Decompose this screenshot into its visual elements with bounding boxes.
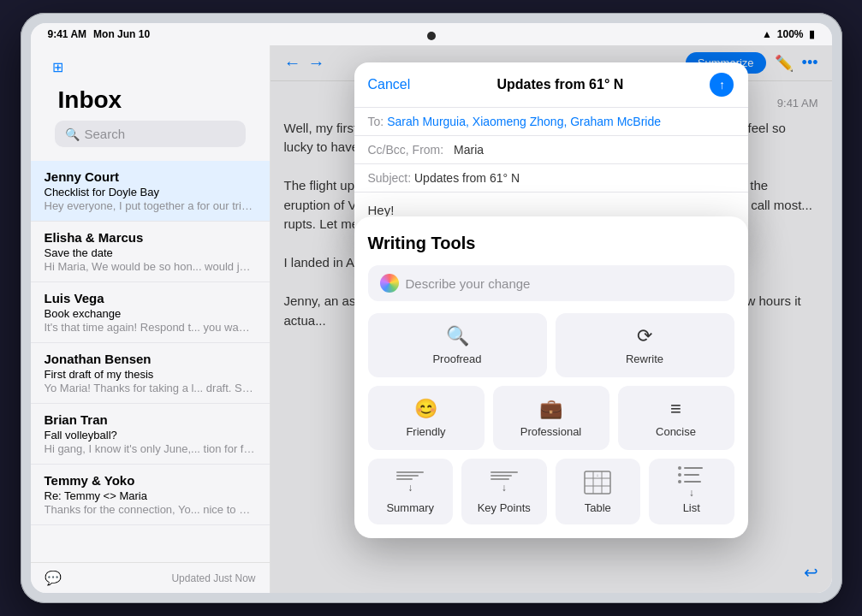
email-content: ← → Summarize ✏️ ••• 9:41 AM Well, my fi… [270,45,832,593]
footer-icon: 💬 [45,570,62,586]
mail-item[interactable]: Temmy & Yoko Re: Temmy <> Maria Thanks f… [31,465,270,525]
mail-item-header: Brian Tran [45,412,256,427]
mail-item[interactable]: Elisha & Marcus Save the date Hi Maria, … [31,222,270,282]
search-bar[interactable]: 🔍 Search [55,121,246,147]
status-date: Mon Jun 10 [93,28,150,40]
sidebar-footer: 💬 Updated Just Now [31,562,270,593]
summary-label: Summary [386,501,434,514]
mail-sender: Brian Tran [45,412,108,427]
battery-icon: ▮ [809,28,815,40]
search-placeholder: Search [85,127,126,141]
sidebar-header: ⊞ Inbox 🔍 Search [31,45,270,161]
table-icon: ↓ [580,469,615,496]
rewrite-label: Rewrite [626,352,663,365]
friendly-button[interactable]: 😊 Friendly [368,386,485,450]
mail-sender: Temmy & Yoko [45,473,135,488]
writing-tools-panel: Writing Tools Describe your change 🔍 Pro… [354,216,748,538]
compose-subject-field[interactable]: Subject: Updates from 61° N [354,164,748,192]
mail-sender: Jonathan Bensen [45,352,152,366]
mail-preview: Hey everyone, I put together a for our t… [45,199,256,212]
writing-tools-title: Writing Tools [368,234,734,253]
battery-percent: 100% [777,28,804,40]
cc-label: Cc/Bcc, From: [368,143,444,157]
cancel-button[interactable]: Cancel [368,77,411,92]
sidebar-toggle-button[interactable]: ⊞ [45,56,72,78]
mail-item[interactable]: Luis Vega Book exchange It's that time a… [31,282,270,343]
ipad-screen: 9:41 AM Mon Jun 10 ▲ 100% ▮ ⊞ Inbox 🔍 [31,23,832,593]
mail-subject: Save the date [45,246,256,259]
sidebar: ⊞ Inbox 🔍 Search Jenny Court Checklist [31,45,270,593]
compose-cc-field[interactable]: Cc/Bcc, From: Maria [354,136,748,164]
apple-intelligence-icon [380,274,399,293]
subject-label: Subject: [368,171,412,185]
mail-subject: Re: Temmy <> Maria [45,489,256,502]
mail-subject: Book exchange [45,307,256,320]
status-time: 9:41 AM [48,28,87,40]
rewrite-button[interactable]: ⟳ Rewrite [556,313,734,377]
professional-label: Professional [520,425,582,438]
mail-preview: Hi Maria, We would be so hon... would jo… [45,260,256,273]
writing-tools-search[interactable]: Describe your change [368,265,734,301]
mail-item[interactable]: Jenny Court Checklist for Doyle Bay Hey … [31,161,270,222]
list-icon: ↓ [675,469,709,496]
summary-icon: ↓ [393,469,427,496]
search-icon: 🔍 [65,127,80,141]
concise-button[interactable]: ≡ Concise [618,386,734,450]
table-label: Table [585,501,611,514]
sidebar-nav: ⊞ [45,56,256,78]
proofread-icon: 🔍 [446,325,469,347]
table-card[interactable]: ↓ Table [556,459,641,524]
to-label: To: [368,115,384,128]
proofread-label: Proofread [432,352,481,365]
body-greeting: Hey! [368,203,395,217]
subject-value: Updates from 61° N [414,171,520,185]
key-points-card[interactable]: ↓ Key Points [461,459,547,524]
main-area: ⊞ Inbox 🔍 Search Jenny Court Checklist [31,45,832,593]
list-card[interactable]: ↓ List [649,459,734,524]
mail-item-header: Elisha & Marcus [45,230,256,245]
mail-item-header: Jenny Court [45,169,256,184]
svg-text:↓: ↓ [597,472,599,477]
describe-change-placeholder: Describe your change [406,276,531,291]
mail-preview: Hi gang, I know it's only June,... tion … [45,442,256,455]
key-points-label: Key Points [478,501,531,514]
mail-preview: It's that time again! Respond t... you w… [45,321,256,334]
friendly-icon: 😊 [414,398,437,420]
professional-icon: 💼 [539,398,562,420]
list-label: List [683,501,700,514]
updated-text: Updated Just Now [171,572,255,584]
concise-label: Concise [656,425,696,438]
mail-item-header: Temmy & Yoko [45,473,256,488]
proofread-button[interactable]: 🔍 Proofread [368,313,547,377]
mail-preview: Thanks for the connection, Yo... nice to… [45,503,256,516]
writing-tools-row2: 😊 Friendly 💼 Professional ≡ Concise [368,386,734,450]
status-right: ▲ 100% ▮ [762,28,815,40]
mail-subject: Fall volleyball? [45,429,256,441]
mail-subject: First draft of my thesis [45,368,256,381]
friendly-label: Friendly [406,425,445,438]
mail-preview: Yo Maria! Thanks for taking a l... draft… [45,382,256,394]
status-left: 9:41 AM Mon Jun 10 [48,28,151,40]
writing-tools-row1: 🔍 Proofread ⟳ Rewrite [368,313,734,377]
rewrite-icon: ⟳ [637,325,652,347]
mail-item[interactable]: Brian Tran Fall volleyball? Hi gang, I k… [31,404,270,465]
summary-card[interactable]: ↓ Summary [368,459,454,524]
mail-list: Jenny Court Checklist for Doyle Bay Hey … [31,161,270,562]
ipad-frame: 9:41 AM Mon Jun 10 ▲ 100% ▮ ⊞ Inbox 🔍 [21,13,842,603]
mail-sender: Jenny Court [45,169,120,184]
compose-title: Updates from 61° N [497,77,624,92]
writing-tools-cards: ↓ Summary ↓ [368,459,734,524]
professional-button[interactable]: 💼 Professional [493,386,609,450]
mail-subject: Checklist for Doyle Bay [45,186,256,198]
key-points-icon: ↓ [487,469,521,496]
mail-item[interactable]: Jonathan Bensen First draft of my thesis… [31,343,270,404]
inbox-title: Inbox [45,86,256,121]
send-button[interactable]: ↑ [710,73,734,97]
mail-sender: Elisha & Marcus [45,230,144,245]
mail-item-header: Luis Vega [45,291,256,305]
concise-icon: ≡ [670,398,681,420]
wifi-icon: ▲ [762,28,772,40]
compose-to-field[interactable]: To: Sarah Murguia, Xiaomeng Zhong, Graha… [354,108,748,136]
from-name: Maria [454,143,484,157]
camera-notch [427,32,436,40]
